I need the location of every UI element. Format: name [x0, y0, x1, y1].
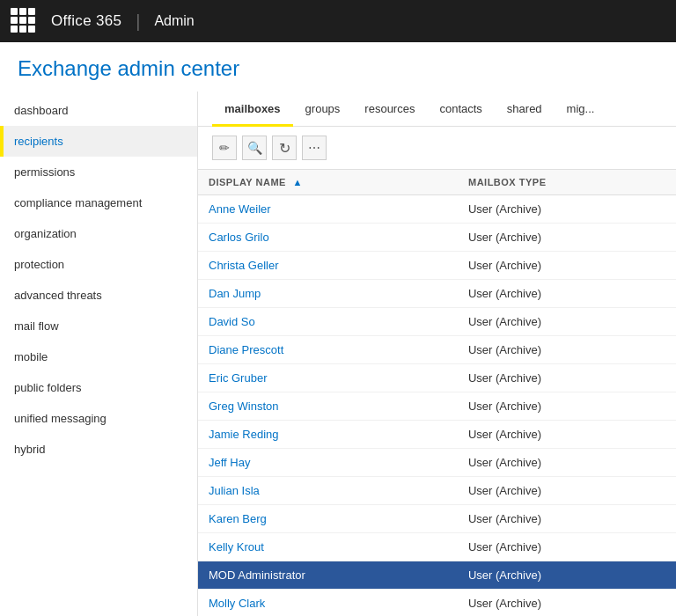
- sidebar-item-dashboard[interactable]: dashboard: [0, 95, 197, 126]
- sidebar-item-hybrid[interactable]: hybrid: [0, 434, 197, 465]
- sidebar-item-public-folders[interactable]: public folders: [0, 372, 197, 403]
- cell-display-name: Greg Winston: [198, 392, 458, 421]
- search-icon: 🔍: [247, 141, 262, 155]
- table-row[interactable]: Jamie RedingUser (Archive): [198, 421, 676, 449]
- table-row[interactable]: Greg WinstonUser (Archive): [198, 392, 676, 421]
- cell-mailbox-type: User (Archive): [458, 505, 676, 533]
- cell-mailbox-type: User (Archive): [458, 224, 676, 252]
- table-row[interactable]: Karen BergUser (Archive): [198, 505, 676, 533]
- cell-display-name: MOD Administrator: [198, 561, 458, 590]
- cell-mailbox-type: User (Archive): [458, 392, 676, 421]
- sidebar-item-organization[interactable]: organization: [0, 218, 197, 249]
- col-display-name[interactable]: DISPLAY NAME ▲: [198, 170, 458, 195]
- cell-display-name: Molly Clark: [198, 590, 458, 617]
- cell-mailbox-type: User (Archive): [458, 195, 676, 224]
- more-icon: ⋯: [308, 141, 320, 155]
- table-row[interactable]: Julian IslaUser (Archive): [198, 477, 676, 505]
- cell-mailbox-type: User (Archive): [458, 252, 676, 280]
- edit-button[interactable]: ✏: [212, 136, 237, 160]
- table-row[interactable]: Kelly KroutUser (Archive): [198, 533, 676, 561]
- table-row[interactable]: Anne WeilerUser (Archive): [198, 195, 676, 224]
- cell-display-name: David So: [198, 308, 458, 336]
- cell-mailbox-type: User (Archive): [458, 364, 676, 392]
- table-row[interactable]: Diane PrescottUser (Archive): [198, 336, 676, 364]
- page-title: Exchange admin center: [0, 42, 676, 92]
- cell-mailbox-type: User (Archive): [458, 590, 676, 617]
- top-nav-bar: Office 365 | Admin: [0, 0, 676, 42]
- sidebar-item-mobile[interactable]: mobile: [0, 341, 197, 372]
- edit-icon: ✏: [219, 141, 230, 155]
- cell-display-name: Kelly Krout: [198, 533, 458, 561]
- mailboxes-table: DISPLAY NAME ▲ MAILBOX TYPE Anne WeilerU…: [198, 170, 676, 616]
- col-mailbox-type[interactable]: MAILBOX TYPE: [458, 170, 676, 195]
- cell-display-name: Diane Prescott: [198, 336, 458, 364]
- mailboxes-table-container: DISPLAY NAME ▲ MAILBOX TYPE Anne WeilerU…: [198, 170, 676, 616]
- cell-display-name: Eric Gruber: [198, 364, 458, 392]
- tab-resources[interactable]: resources: [352, 92, 427, 127]
- cell-mailbox-type: User (Archive): [458, 561, 676, 590]
- table-row[interactable]: Jeff HayUser (Archive): [198, 449, 676, 477]
- table-row[interactable]: David SoUser (Archive): [198, 308, 676, 336]
- table-row[interactable]: Christa GellerUser (Archive): [198, 252, 676, 280]
- title-divider: |: [136, 11, 140, 32]
- cell-mailbox-type: User (Archive): [458, 477, 676, 505]
- refresh-button[interactable]: ↻: [272, 136, 297, 160]
- refresh-icon: ↻: [279, 140, 290, 157]
- cell-mailbox-type: User (Archive): [458, 533, 676, 561]
- tab-shared[interactable]: shared: [495, 92, 555, 127]
- app-title: Office 365: [51, 12, 121, 30]
- cell-mailbox-type: User (Archive): [458, 449, 676, 477]
- cell-display-name: Anne Weiler: [198, 195, 458, 224]
- cell-mailbox-type: User (Archive): [458, 308, 676, 336]
- sidebar-item-compliance-management[interactable]: compliance management: [0, 187, 197, 218]
- sort-asc-icon: ▲: [292, 177, 302, 187]
- sidebar-item-unified-messaging[interactable]: unified messaging: [0, 403, 197, 434]
- cell-display-name: Jamie Reding: [198, 421, 458, 449]
- cell-display-name: Christa Geller: [198, 252, 458, 280]
- cell-display-name: Carlos Grilo: [198, 224, 458, 252]
- toolbar: ✏ 🔍 ↻ ⋯: [198, 127, 676, 170]
- table-row[interactable]: Dan JumpUser (Archive): [198, 280, 676, 308]
- sidebar-item-recipients[interactable]: recipients: [0, 126, 197, 157]
- cell-display-name: Julian Isla: [198, 477, 458, 505]
- table-row[interactable]: Molly ClarkUser (Archive): [198, 590, 676, 617]
- tab-groups[interactable]: groups: [293, 92, 353, 127]
- sidebar: dashboardrecipientspermissionscompliance…: [0, 92, 198, 616]
- waffle-menu-icon[interactable]: [11, 8, 37, 34]
- tab-migration[interactable]: mig...: [555, 92, 607, 127]
- sidebar-item-protection[interactable]: protection: [0, 249, 197, 280]
- main-layout: dashboardrecipientspermissionscompliance…: [0, 92, 676, 616]
- cell-display-name: Dan Jump: [198, 280, 458, 308]
- table-row[interactable]: Carlos GriloUser (Archive): [198, 224, 676, 252]
- tab-contacts[interactable]: contacts: [427, 92, 494, 127]
- more-options-button[interactable]: ⋯: [302, 136, 327, 160]
- table-row[interactable]: Eric GruberUser (Archive): [198, 364, 676, 392]
- cell-display-name: Karen Berg: [198, 505, 458, 533]
- cell-mailbox-type: User (Archive): [458, 336, 676, 364]
- sidebar-item-advanced-threats[interactable]: advanced threats: [0, 280, 197, 311]
- cell-mailbox-type: User (Archive): [458, 421, 676, 449]
- search-button[interactable]: 🔍: [242, 136, 267, 160]
- tab-mailboxes[interactable]: mailboxes: [212, 92, 293, 127]
- content-area: mailboxesgroupsresourcescontactssharedmi…: [198, 92, 676, 616]
- tab-bar: mailboxesgroupsresourcescontactssharedmi…: [198, 92, 676, 127]
- table-row[interactable]: MOD AdministratorUser (Archive): [198, 561, 676, 590]
- admin-label: Admin: [154, 13, 194, 29]
- cell-mailbox-type: User (Archive): [458, 280, 676, 308]
- sidebar-item-permissions[interactable]: permissions: [0, 157, 197, 187]
- sidebar-item-mail-flow[interactable]: mail flow: [0, 311, 197, 341]
- cell-display-name: Jeff Hay: [198, 449, 458, 477]
